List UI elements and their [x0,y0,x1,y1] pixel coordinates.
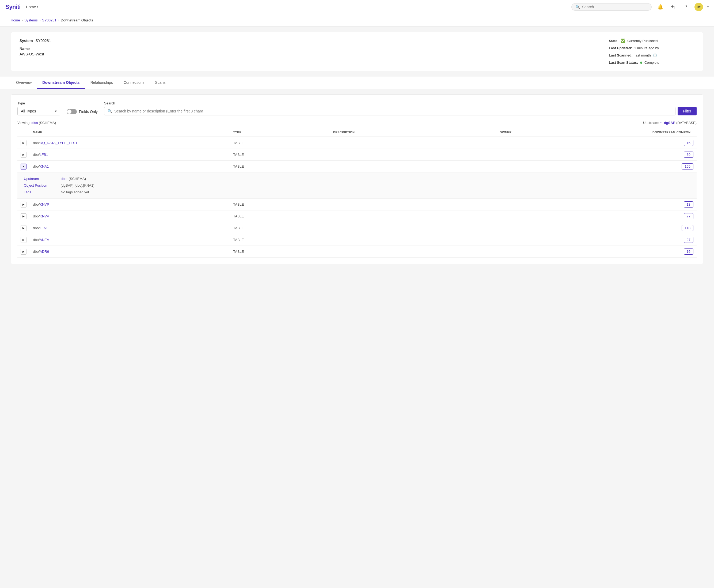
system-info-card: System SY00281 Name AWS-US-West State: ✅… [11,32,703,71]
state-row: State: ✅ Currently Published [609,39,694,43]
expand-button[interactable]: ▶ [21,237,26,243]
expand-button[interactable]: ▼ [21,164,26,169]
content-area: Type All Types ▾ Fields Only Search 🔍 Fi… [11,94,703,264]
row-desc-cell [330,234,496,246]
row-name-link[interactable]: LFB1 [40,153,48,156]
row-count-cell: 118 [597,222,697,234]
table-row: ▶ dbo/LFB1 TABLE 69 [17,149,697,161]
viewing-row: Viewing: dbo (SCHEMA) Upstream: ↑ dgSAP … [17,121,697,125]
search-input-row: 🔍 Filter [104,107,697,115]
row-owner-cell [496,161,597,172]
tabs-bar: Overview Downstream Objects Relationship… [0,77,714,89]
row-name-link[interactable]: LFA1 [40,226,48,230]
row-name-cell: dbo/LFA1 [30,222,230,234]
row-name-link[interactable]: DQ_DATA_TYPE_TEST [40,141,77,145]
breadcrumb-sep-1: › [22,18,23,22]
count-badge[interactable]: 77 [684,213,693,219]
row-desc-cell [330,210,496,222]
row-name-cell: dbo/KNA1 [30,161,230,172]
tab-scans[interactable]: Scans [150,77,171,89]
count-badge[interactable]: 16 [684,140,693,146]
expand-button[interactable]: ▶ [21,225,26,231]
row-name-cell: dbo/ANEA [30,234,230,246]
check-icon: ✅ [621,39,625,43]
global-search[interactable]: 🔍 [571,3,652,11]
row-name-link[interactable]: KNA1 [40,164,49,168]
row-count-cell: 16 [597,137,697,149]
logo-area: Syniti [5,3,21,10]
count-badge[interactable]: 16 [684,249,693,255]
count-badge[interactable]: 69 [684,151,693,158]
status-dot-icon [640,62,642,64]
table-row: ▶ dbo/LFA1 TABLE 118 [17,222,697,234]
row-type-cell: TABLE [230,210,330,222]
tab-downstream-objects[interactable]: Downstream Objects [37,77,85,89]
upstream-field-type: (SCHEMA) [69,177,86,181]
row-name-link[interactable]: KNVP [40,203,49,206]
count-badge[interactable]: 13 [684,201,693,208]
table-search-input[interactable] [114,109,672,113]
count-badge[interactable]: 27 [684,237,693,243]
tab-relationships[interactable]: Relationships [85,77,118,89]
viewing-schema-name: dbo [31,121,38,125]
help-button[interactable]: ? [681,3,690,11]
expand-button[interactable]: ▶ [21,152,26,158]
expand-button[interactable]: ▶ [21,249,26,255]
viewing-schema-type: (SCHEMA) [39,121,56,125]
viewing-label: Viewing: [17,121,30,125]
tags-value: No tags added yet. [61,190,90,194]
avatar[interactable]: DY [694,3,703,11]
count-badge[interactable]: 165 [681,163,693,169]
search-icon: 🔍 [576,5,580,9]
state-value: Currently Published [627,39,657,43]
notification-button[interactable]: 🔔 [656,3,665,11]
search-icon: 🔍 [108,109,112,113]
upstream-value: dgSAP [664,121,675,125]
filter-button[interactable]: Filter [677,107,697,115]
expand-button[interactable]: ▶ [21,202,26,208]
home-nav[interactable]: Home ▾ [26,5,38,9]
type-filter-label: Type [17,101,60,105]
expand-button[interactable]: ▶ [21,140,26,146]
plus-icon: + [671,4,674,9]
row-count-cell: 27 [597,234,697,246]
tab-overview[interactable]: Overview [11,77,37,89]
count-badge[interactable]: 118 [681,225,693,231]
type-select[interactable]: All Types ▾ [17,107,60,115]
fields-only-toggle[interactable] [67,109,77,114]
header: Syniti Home ▾ 🔍 🔔 + | ? DY ▾ [0,0,714,14]
last-scanned-value: last month [635,53,651,57]
fields-only-toggle-row: Fields Only [67,109,98,114]
row-name-link[interactable]: ANEA [40,238,49,242]
type-select-value: All Types [21,109,36,113]
row-owner-cell [496,137,597,149]
last-updated-label: Last Updated: [609,46,632,50]
table-row: ▶ dbo/KNVP TABLE 13 [17,199,697,210]
logo: Syniti [5,3,21,10]
object-position-field: Object Position [dgSAP].[dbo].[KNA1] [24,184,690,187]
row-name-link[interactable]: KNVV [40,214,49,218]
row-owner-cell [496,222,597,234]
breadcrumb-systems[interactable]: Systems [24,18,38,22]
row-type-cell: TABLE [230,222,330,234]
expand-button[interactable]: ▶ [21,213,26,219]
breadcrumb-home[interactable]: Home [11,18,20,22]
last-scan-status-row: Last Scan Status: Complete [609,61,694,65]
tab-connections[interactable]: Connections [118,77,150,89]
chevron-down-icon: ▾ [55,109,57,113]
row-name-link[interactable]: ADR6 [40,250,49,254]
home-nav-label: Home [26,5,36,9]
data-table: NAME TYPE DESCRIPTION OWNER DOWNSTREAM C… [17,128,697,257]
search-input[interactable] [582,5,648,9]
row-type-cell: TABLE [230,234,330,246]
system-row: System SY00281 [20,39,51,43]
row-owner-cell [496,149,597,161]
clock-icon: 🕐 [653,54,657,57]
add-button[interactable]: + | [669,3,677,11]
table-row: ▶ dbo/KNVV TABLE 77 [17,210,697,222]
expanded-detail-row: Upstream dbo (SCHEMA) Object Position [d… [17,172,697,199]
breadcrumb-sy00281[interactable]: SY00281 [42,18,57,22]
search-group: Search 🔍 Filter [104,101,697,115]
more-options-button[interactable]: ··· [700,18,703,22]
breadcrumb-sep-3: › [58,18,59,22]
